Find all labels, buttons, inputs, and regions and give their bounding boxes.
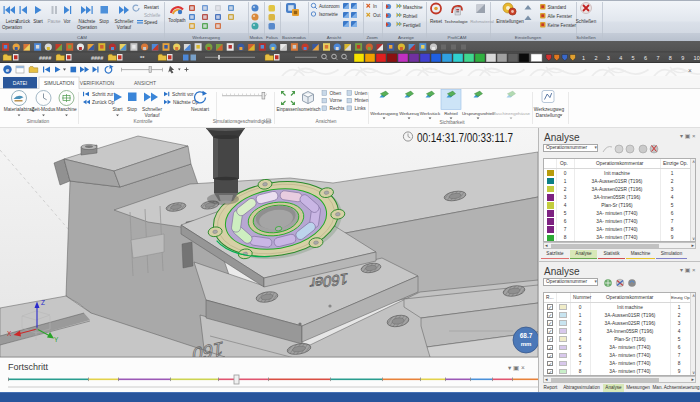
svg-text:Schließen: Schließen [576, 35, 596, 40]
svg-text:Basismodus: Basismodus [282, 35, 307, 40]
svg-text:Vorne: Vorne [330, 98, 343, 103]
svg-text:Z: Z [41, 299, 45, 306]
svg-text:Start: Start [112, 107, 123, 112]
svg-text:Y: Y [54, 336, 59, 343]
svg-text:5: 5 [632, 55, 635, 61]
svg-text:Hinten: Hinten [355, 98, 369, 103]
svg-text:Einstellungen: Einstellungen [515, 35, 542, 40]
svg-text:Stop: Stop [99, 19, 109, 24]
svg-text:Simulationsgeschwindigkeit: Simulationsgeschwindigkeit [213, 119, 272, 124]
svg-text:Anzeige: Anzeige [398, 35, 414, 40]
svg-text:X: X [7, 330, 12, 337]
svg-text:Keine Fenster: Keine Fenster [548, 23, 577, 28]
svg-text:Maschine: Maschine [56, 107, 77, 112]
svg-text:ProfiCAM: ProfiCAM [448, 35, 467, 40]
svg-text:Restart: Restart [144, 5, 160, 10]
svg-text:mm: mm [521, 341, 532, 347]
svg-text:Speed: Speed [144, 20, 158, 25]
svg-text:Rechts: Rechts [330, 106, 346, 111]
svg-text:Standard: Standard [548, 5, 567, 10]
svg-text:Pause: Pause [47, 19, 60, 24]
svg-text:Einpassen: Einpassen [276, 107, 298, 112]
svg-text:Zurück: Zurück [16, 19, 31, 24]
svg-text:Schleife: Schleife [144, 13, 161, 18]
svg-text:Zurück Op: Zurück Op [92, 100, 115, 105]
svg-text:Schritt zur: Schritt zur [92, 92, 114, 97]
svg-text:Einstellungen: Einstellungen [496, 19, 524, 24]
svg-text:Werkzeugweg: Werkzeugweg [534, 107, 565, 112]
svg-text:Out: Out [373, 13, 381, 18]
svg-text:CAM: CAM [77, 35, 87, 40]
svg-text:Fertigteil: Fertigteil [403, 23, 421, 28]
svg-text:Simulation: Simulation [27, 119, 50, 124]
svg-text:Technologie: Technologie [444, 19, 468, 24]
svg-text:VERIFIKATION: VERIFIKATION [80, 80, 115, 86]
svg-text:Maschine: Maschine [403, 5, 423, 10]
svg-text:Modus: Modus [249, 35, 263, 40]
svg-text:Reset: Reset [430, 19, 443, 24]
svg-text:Stop: Stop [127, 107, 137, 112]
svg-text:####: #### [39, 55, 51, 61]
svg-text:Kontrolle: Kontrolle [134, 119, 153, 124]
svg-text:68.7: 68.7 [520, 332, 533, 339]
svg-text:Toolpath: Toolpath [168, 18, 186, 23]
svg-text:Schneller: Schneller [142, 107, 162, 112]
svg-text:Schritt vor: Schritt vor [172, 92, 194, 97]
svg-text:In: In [373, 4, 377, 9]
svg-text:Operation: Operation [77, 25, 98, 30]
svg-text:6: 6 [644, 55, 647, 61]
svg-text:Rohteil: Rohteil [444, 111, 458, 116]
svg-text:Rohmaterial: Rohmaterial [470, 19, 494, 24]
svg-text:DATEI: DATEI [13, 80, 27, 86]
svg-text:Isometrie: Isometrie [319, 12, 338, 17]
svg-text:00:14:31.7/00:33:11.7: 00:14:31.7/00:33:11.7 [417, 130, 513, 145]
svg-text:Vorlauf: Vorlauf [117, 25, 132, 30]
svg-text:2: 2 [594, 55, 597, 61]
svg-text:Maschinengehäuse: Maschinengehäuse [492, 111, 531, 116]
svg-text:Ansichten: Ansichten [315, 119, 336, 124]
svg-text:8: 8 [669, 55, 672, 61]
svg-text:Schließen: Schließen [576, 19, 597, 24]
svg-text:ANSICHT: ANSICHT [134, 80, 156, 86]
svg-text:Werkzeug: Werkzeug [399, 111, 419, 116]
svg-text:Operation: Operation [2, 25, 23, 30]
svg-text:Autozoom: Autozoom [319, 4, 340, 9]
svg-text:Werkstück: Werkstück [420, 111, 441, 116]
svg-text:1: 1 [582, 55, 585, 61]
svg-text:Vorlauf: Vorlauf [145, 113, 161, 118]
svg-text:Werkzeugweg: Werkzeugweg [370, 111, 398, 116]
svg-text:Nächste: Nächste [79, 19, 96, 24]
svg-text:Darstellung: Darstellung [536, 113, 561, 118]
svg-text:Ansicht: Ansicht [327, 35, 342, 40]
svg-text:10: 10 [694, 55, 700, 61]
svg-text:Materialabtrag: Materialabtrag [4, 107, 35, 112]
svg-text:Vor: Vor [64, 19, 71, 24]
svg-text:3: 3 [607, 55, 610, 61]
svg-text:Sichtbarkeit: Sichtbarkeit [439, 120, 465, 125]
svg-text:Neustart: Neustart [191, 107, 210, 112]
svg-text:Start: Start [33, 19, 43, 24]
svg-text:Werkzeugweg: Werkzeugweg [192, 35, 220, 40]
svg-text:Fokus: Fokus [266, 35, 279, 40]
svg-text:Schneller: Schneller [114, 19, 134, 24]
svg-text:Isometrisch: Isometrisch [297, 107, 321, 112]
svg-text:7: 7 [656, 55, 659, 61]
svg-text:Unten: Unten [355, 91, 368, 96]
svg-text:Oben: Oben [330, 91, 342, 96]
svg-text:4: 4 [619, 55, 622, 61]
svg-text:Rohteil: Rohteil [403, 14, 417, 19]
svg-text:Zeit-Modus: Zeit-Modus [32, 107, 57, 112]
svg-text:####: #### [91, 55, 103, 61]
svg-text:×: × [688, 67, 692, 74]
svg-text:SIMULATION: SIMULATION [44, 80, 75, 86]
svg-text:9: 9 [681, 55, 684, 61]
svg-text:Zoom: Zoom [366, 35, 378, 40]
svg-text:Ursprungsrohteil: Ursprungsrohteil [462, 111, 494, 116]
svg-text:Links: Links [355, 106, 367, 111]
svg-text:Alle Fenster: Alle Fenster [548, 14, 573, 19]
